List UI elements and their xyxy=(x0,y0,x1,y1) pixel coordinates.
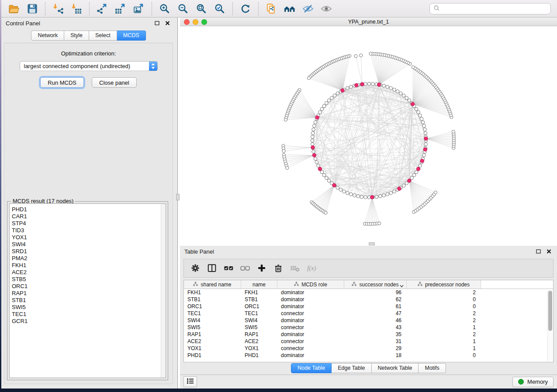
table-row[interactable]: FKH1FKH1dominator962 xyxy=(184,289,553,296)
delete-column-icon[interactable] xyxy=(271,261,286,276)
refresh-icon[interactable] xyxy=(238,2,253,16)
tab-motifs[interactable]: Motifs xyxy=(419,363,446,373)
toolbar-separator xyxy=(258,2,259,15)
optimization-criterion-select[interactable]: largest connected component (undirected) xyxy=(20,61,158,71)
zoom-selected-icon[interactable] xyxy=(212,2,228,16)
table-row[interactable]: TEC1TEC1connector472 xyxy=(184,310,553,317)
function-builder-icon[interactable]: f(x) xyxy=(304,261,319,276)
column-header-successor-nodes[interactable]: successor nodes xyxy=(344,280,407,289)
show-all-icon[interactable] xyxy=(318,2,334,16)
node-table[interactable]: shared namenameMCDS rolesuccessor nodesp… xyxy=(183,280,554,362)
cell-MCDS-role: dominator xyxy=(277,303,344,309)
mcds-result-item[interactable]: ORC1 xyxy=(12,283,166,290)
mcds-result-item[interactable]: ACE2 xyxy=(12,269,166,276)
tab-node-table[interactable]: Node Table xyxy=(291,363,332,373)
network-column: YPA_prune.txt_1 Table Panel xyxy=(180,17,557,389)
column-header-MCDS-role[interactable]: MCDS role xyxy=(277,280,344,289)
dropdown-selected-value: largest connected component (undirected) xyxy=(20,63,149,69)
run-mcds-button[interactable]: Run MCDS xyxy=(40,77,84,88)
export-network-icon[interactable] xyxy=(94,2,110,16)
import-network-icon[interactable] xyxy=(50,2,66,16)
select-all-icon[interactable] xyxy=(221,261,236,276)
toolbar-separator xyxy=(89,2,90,15)
mcds-result-item[interactable]: RAP1 xyxy=(12,290,166,297)
copy-network-icon[interactable] xyxy=(263,2,279,16)
zoom-fit-icon[interactable] xyxy=(194,2,209,16)
dropdown-stepper-icon xyxy=(149,62,157,71)
mcds-result-item[interactable]: PMA2 xyxy=(12,255,166,262)
float-panel-icon[interactable] xyxy=(153,20,161,27)
vertical-splitter-handle[interactable] xyxy=(176,194,180,200)
table-row[interactable]: STB1STB1dominator620 xyxy=(184,296,553,303)
cell-name: RAP1 xyxy=(241,331,277,337)
table-row[interactable]: PHD1PHD1dominator180 xyxy=(184,352,553,359)
maximize-window-icon[interactable] xyxy=(201,19,207,25)
table-row[interactable]: ACE2ACE2connector311 xyxy=(184,338,553,345)
table-scrollbar[interactable] xyxy=(547,290,552,361)
mcds-result-item[interactable]: CAR1 xyxy=(12,213,166,220)
network-canvas[interactable] xyxy=(180,26,557,242)
result-list-scrollbar[interactable] xyxy=(161,204,166,378)
toolbar-groups xyxy=(5,2,336,16)
column-header-name[interactable]: name xyxy=(241,280,277,289)
mcds-result-list[interactable]: PHD1CAR1STP4TID3YOX1SWI4SRD1PMA2FKH1ACE2… xyxy=(9,203,166,378)
memory-button[interactable]: Memory xyxy=(512,377,554,387)
mcds-result-item[interactable]: STB5 xyxy=(12,276,166,283)
tab-select[interactable]: Select xyxy=(89,31,117,41)
cell-shared-name: RAP1 xyxy=(184,331,241,337)
mcds-result-item[interactable]: STP4 xyxy=(12,220,166,227)
close-window-icon[interactable] xyxy=(184,19,190,25)
zoom-in-icon[interactable] xyxy=(157,2,173,16)
save-session-icon[interactable] xyxy=(24,2,40,16)
tab-mcds[interactable]: MCDS xyxy=(117,31,146,41)
import-table-icon[interactable] xyxy=(69,2,84,16)
table-row[interactable]: RAP1RAP1dominator352 xyxy=(184,331,553,338)
table-row[interactable]: ORC1ORC1dominator610 xyxy=(184,303,553,310)
column-label: MCDS role xyxy=(301,282,327,288)
network-graph[interactable] xyxy=(180,26,557,241)
search-input[interactable] xyxy=(429,3,551,14)
vertical-splitter[interactable] xyxy=(176,17,180,389)
deselect-all-icon[interactable] xyxy=(238,261,253,276)
settings-gear-icon[interactable] xyxy=(188,261,203,276)
export-table-icon[interactable] xyxy=(113,2,128,16)
tab-edge-table[interactable]: Edge Table xyxy=(332,363,371,373)
close-table-panel-icon[interactable] xyxy=(545,248,553,255)
cell-MCDS-role: connector xyxy=(277,310,344,316)
add-column-icon[interactable] xyxy=(255,261,270,276)
horizontal-splitter[interactable] xyxy=(180,242,557,246)
mcds-result-item[interactable]: GCR1 xyxy=(12,318,166,325)
mcds-result-item[interactable]: STB1 xyxy=(12,297,166,304)
tab-network[interactable]: Network xyxy=(31,31,64,41)
zoom-out-icon[interactable] xyxy=(175,2,191,16)
mcds-result-item[interactable]: SWI5 xyxy=(12,304,166,311)
mcds-result-item[interactable]: SWI4 xyxy=(12,241,166,248)
close-panel-icon[interactable] xyxy=(163,20,171,27)
tab-style[interactable]: Style xyxy=(64,31,89,41)
first-neighbors-icon[interactable] xyxy=(282,2,298,16)
horizontal-splitter-handle[interactable] xyxy=(369,242,375,245)
task-history-button[interactable] xyxy=(183,376,197,387)
column-header-shared-name[interactable]: shared name xyxy=(184,280,241,289)
close-panel-button[interactable]: Close panel xyxy=(92,77,137,88)
table-scrollbar-thumb[interactable] xyxy=(548,291,552,331)
table-row[interactable]: SWI5SWI5connector431 xyxy=(184,324,553,331)
minimize-window-icon[interactable] xyxy=(193,19,198,25)
export-image-icon[interactable] xyxy=(131,2,147,16)
column-header-predecessor-nodes[interactable]: predecessor nodes xyxy=(407,280,481,289)
open-file-icon[interactable] xyxy=(6,2,22,16)
hide-selected-icon[interactable] xyxy=(300,2,316,16)
float-table-panel-icon[interactable] xyxy=(534,248,542,255)
mcds-result-item[interactable]: TID3 xyxy=(12,227,166,234)
split-panel-icon[interactable] xyxy=(205,261,220,276)
mcds-result-item[interactable]: SRD1 xyxy=(12,248,166,255)
table-row[interactable]: YOX1YOX1connector291 xyxy=(184,345,553,352)
mcds-result-item[interactable]: FKH1 xyxy=(12,262,166,269)
table-panel-titlebar: Table Panel xyxy=(180,246,557,257)
mcds-result-item[interactable]: YOX1 xyxy=(12,234,166,241)
tab-network-table[interactable]: Network Table xyxy=(372,363,419,373)
table-row[interactable]: SWI4SWI4dominator462 xyxy=(184,317,553,324)
mcds-result-item[interactable]: TEC1 xyxy=(12,311,166,318)
mcds-result-item[interactable]: PHD1 xyxy=(12,206,166,213)
delete-table-icon[interactable] xyxy=(288,261,303,276)
